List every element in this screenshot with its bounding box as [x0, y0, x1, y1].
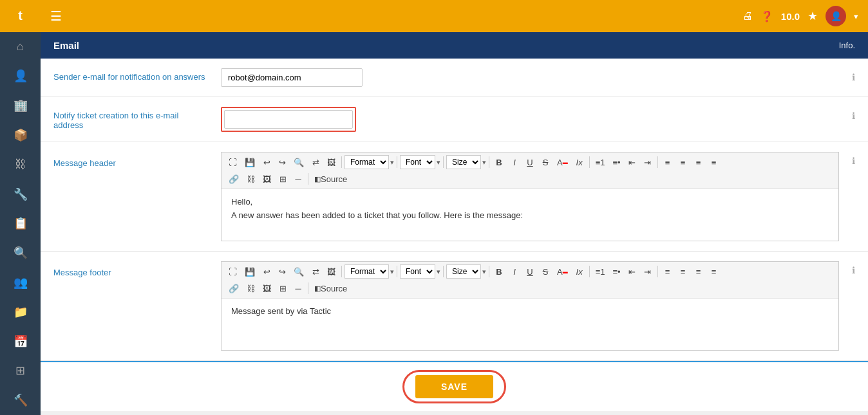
notify-email-input[interactable]	[224, 110, 353, 129]
footer-clear-format-btn[interactable]: Ix	[572, 264, 587, 279]
sidebar-clipboard[interactable]: 📋	[8, 211, 33, 237]
sidebar-link[interactable]: ⛓	[8, 152, 33, 178]
strikethrough-btn[interactable]: S	[538, 155, 552, 169]
footer-toolbar-sep1	[341, 266, 342, 277]
footer-size-select[interactable]: Size	[446, 264, 481, 279]
link-btn[interactable]: 🔗	[225, 172, 242, 186]
bold-btn[interactable]: B	[492, 155, 506, 169]
unordered-list-btn[interactable]: ≡•	[610, 155, 624, 169]
indent-btn[interactable]: ⇥	[641, 155, 655, 169]
fullscreen-btn[interactable]: ⛶	[225, 155, 240, 169]
user-avatar[interactable]: 👤	[826, 6, 846, 26]
save-doc-btn[interactable]: 💾	[241, 155, 258, 169]
footer-strikethrough-btn[interactable]: S	[538, 264, 552, 279]
hamburger-menu[interactable]: ☰	[50, 8, 62, 24]
help-icon[interactable]: ❓	[760, 10, 773, 23]
footer-font-color-btn[interactable]: A▬	[554, 264, 571, 279]
italic-btn[interactable]: I	[507, 155, 522, 169]
sidebar-grid[interactable]: ⊞	[8, 358, 33, 384]
font-color-btn[interactable]: A▬	[554, 155, 571, 169]
align-justify-btn[interactable]: ≡	[707, 155, 721, 169]
toolbar-sep4	[489, 156, 489, 168]
sidebar-calendar[interactable]: 📅	[8, 329, 33, 355]
sidebar: t ⌂ 👤 🏢 📦 ⛓ 🔧 📋 🔍 👥 📁 📅 ⊞ 🔨	[0, 0, 41, 415]
footer-outdent-btn[interactable]: ⇤	[625, 264, 639, 279]
sidebar-wrench[interactable]: 🔨	[8, 387, 33, 413]
insert-image-btn[interactable]: 🖼	[259, 172, 274, 186]
footer-underline-btn[interactable]: U	[523, 264, 537, 279]
format-select[interactable]: Format	[344, 155, 389, 169]
sidebar-home[interactable]: ⌂	[8, 34, 33, 60]
footer-undo-btn[interactable]: ↩	[259, 264, 274, 279]
header-editor-content[interactable]: Hello, A new answer has been added to a …	[222, 189, 838, 241]
footer-format-select[interactable]: Format	[344, 264, 389, 279]
footer-bold-btn[interactable]: B	[492, 264, 506, 279]
footer-source-btn[interactable]: ◧ Source	[311, 281, 350, 295]
sidebar-folder[interactable]: 📁	[8, 299, 33, 325]
footer-link-btn[interactable]: 🔗	[225, 281, 242, 295]
score-display: 10.0	[781, 11, 800, 22]
outdent-btn[interactable]: ⇤	[625, 155, 639, 169]
footer-unlink-btn[interactable]: ⛓	[243, 281, 258, 295]
sidebar-building[interactable]: 🏢	[8, 93, 33, 118]
header-line1: Hello,	[231, 196, 829, 209]
hr-btn[interactable]: ─	[291, 172, 305, 186]
footer-align-right-btn[interactable]: ≡	[692, 264, 706, 279]
sidebar-search[interactable]: 🔍	[8, 240, 33, 266]
sender-email-input[interactable]	[221, 68, 363, 87]
print-icon[interactable]: 🖨	[742, 10, 753, 22]
sidebar-package[interactable]: 📦	[8, 122, 33, 148]
footer-unordered-list-btn[interactable]: ≡•	[610, 264, 624, 279]
footer-align-justify-btn[interactable]: ≡	[707, 264, 721, 279]
footer-redo-btn[interactable]: ↪	[275, 264, 289, 279]
align-left-btn[interactable]: ≡	[661, 155, 675, 169]
footer-align-center-btn[interactable]: ≡	[676, 264, 690, 279]
underline-btn[interactable]: U	[523, 155, 537, 169]
size-select[interactable]: Size	[446, 155, 481, 169]
main-area: ☰ 🖨 ❓ 10.0 ★ 👤 ▾ Email Info. Sender e-ma…	[41, 0, 868, 415]
user-chevron-icon[interactable]: ▾	[854, 12, 858, 21]
footer-insert-table-btn[interactable]: ⊞	[276, 281, 290, 295]
footer-align-left-btn[interactable]: ≡	[661, 264, 675, 279]
image-inline-btn[interactable]: 🖼	[324, 155, 339, 169]
replace-btn[interactable]: ⇄	[308, 155, 323, 169]
insert-table-btn[interactable]: ⊞	[276, 172, 290, 186]
footer-indent-btn[interactable]: ⇥	[641, 264, 655, 279]
footer-toolbar-row2: 🔗 ⛓ 🖼 ⊞ ─ ◧ Source	[225, 281, 835, 295]
footer-ordered-list-btn[interactable]: ≡1	[592, 264, 609, 279]
font-select[interactable]: Font	[400, 155, 435, 169]
star-icon[interactable]: ★	[807, 9, 818, 23]
source-btn[interactable]: ◧ Source	[311, 172, 350, 186]
footer-editor-content[interactable]: Message sent by via Tactic	[222, 299, 838, 350]
footer-save-doc-btn[interactable]: 💾	[241, 264, 258, 279]
align-right-btn[interactable]: ≡	[692, 155, 706, 169]
sidebar-tools[interactable]: 🔧	[8, 181, 33, 207]
footer-fullscreen-btn[interactable]: ⛶	[225, 264, 240, 279]
notify-input-wrapper	[221, 107, 356, 132]
message-header-label: Message header	[53, 152, 208, 168]
sidebar-users[interactable]: 👥	[8, 270, 33, 295]
footer-replace-btn[interactable]: ⇄	[308, 264, 323, 279]
footer-image-inline-btn[interactable]: 🖼	[324, 264, 339, 279]
footer-font-select[interactable]: Font	[400, 264, 435, 279]
footer-find-btn[interactable]: 🔍	[290, 264, 307, 279]
header-toolbar-row2: 🔗 ⛓ 🖼 ⊞ ─ ◧ Source	[225, 172, 835, 186]
find-btn[interactable]: 🔍	[290, 155, 307, 169]
sidebar-user[interactable]: 👤	[8, 64, 33, 89]
notify-label: Notify ticket creation to this e-mail ad…	[53, 107, 208, 130]
notify-info-icon: ℹ	[852, 107, 855, 121]
footer-italic-btn[interactable]: I	[507, 264, 522, 279]
clear-format-btn[interactable]: Ix	[572, 155, 587, 169]
sender-label: Sender e-mail for notification on answer…	[53, 68, 208, 82]
redo-btn[interactable]: ↪	[275, 155, 289, 169]
save-button[interactable]: SAVE	[415, 375, 493, 398]
footer-insert-image-btn[interactable]: 🖼	[259, 281, 274, 295]
unlink-btn[interactable]: ⛓	[243, 172, 258, 186]
page-info-link[interactable]: Info.	[839, 41, 855, 50]
undo-btn[interactable]: ↩	[259, 155, 274, 169]
ordered-list-btn[interactable]: ≡1	[592, 155, 609, 169]
footer-toolbar: ⛶ 💾 ↩ ↪ 🔍 ⇄ 🖼 Format ▾	[222, 262, 838, 299]
align-center-btn[interactable]: ≡	[676, 155, 690, 169]
app-logo[interactable]: t	[0, 0, 41, 32]
footer-hr-btn[interactable]: ─	[291, 281, 305, 295]
